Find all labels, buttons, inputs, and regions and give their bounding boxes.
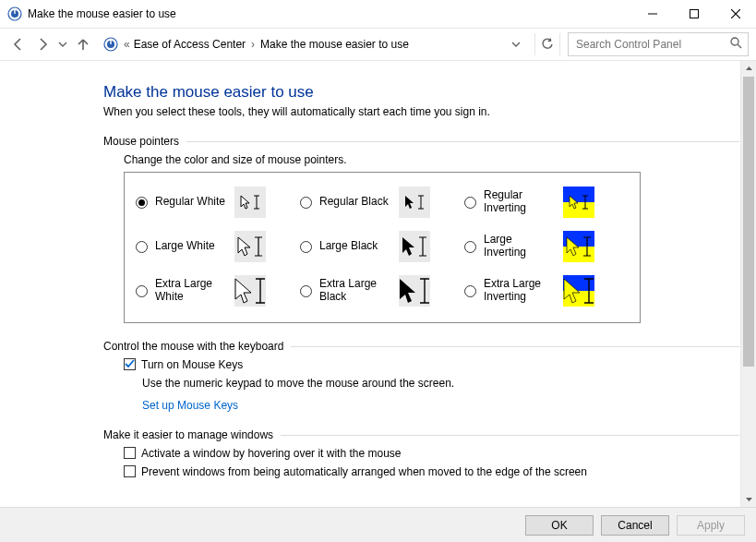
radio-regular-white[interactable]: [136, 197, 148, 209]
label-large-inverting: Large Inverting: [484, 234, 556, 259]
main-area: Make the mouse easier to use When you se…: [0, 61, 756, 507]
pointer-row-large: Large White Large Black La: [136, 224, 629, 269]
swatch-regular-black: [399, 187, 430, 218]
radio-large-inverting[interactable]: [464, 241, 476, 253]
prevent-snap-checkbox[interactable]: [124, 465, 136, 477]
refresh-button[interactable]: [534, 33, 560, 55]
svg-rect-9: [110, 40, 111, 44]
scroll-up-button[interactable]: [741, 61, 756, 77]
scroll-thumb[interactable]: [743, 77, 754, 367]
swatch-large-white: [234, 231, 266, 262]
scroll-down-button[interactable]: [741, 491, 756, 507]
ok-button[interactable]: OK: [525, 515, 594, 536]
label-large-white: Large White: [155, 240, 227, 253]
radio-regular-black[interactable]: [300, 197, 312, 209]
group-mouse-pointers-header: Mouse pointers: [103, 135, 739, 148]
recent-locations-button[interactable]: [55, 33, 70, 55]
breadcrumb: Ease of Access Center › Make the mouse e…: [132, 38, 503, 51]
up-button[interactable]: [72, 33, 94, 55]
swatch-xl-white: [234, 275, 266, 307]
hover-activate-label: Activate a window by hovering over it wi…: [141, 447, 401, 460]
address-bar-dropdown[interactable]: [505, 40, 527, 49]
search-box[interactable]: [568, 32, 749, 56]
breadcrumb-prefix-icon: «: [124, 38, 130, 51]
toolbar: « Ease of Access Center › Make the mouse…: [0, 28, 756, 61]
swatch-xl-black: [399, 275, 430, 307]
group-manage-windows-title: Make it easier to manage windows: [103, 428, 273, 441]
group-mouse-keyboard-title: Control the mouse with the keyboard: [103, 340, 283, 353]
breadcrumb-item-ease-of-access[interactable]: Ease of Access Center: [134, 38, 246, 51]
group-mouse-pointers-subtitle: Change the color and size of mouse point…: [124, 153, 739, 166]
back-button[interactable]: [7, 33, 30, 55]
swatch-regular-white: [234, 187, 266, 218]
pointer-row-xl: Extra Large White Extra Large Black: [136, 269, 629, 313]
window-controls: [631, 0, 756, 28]
group-manage-windows-header: Make it easier to manage windows: [103, 428, 739, 441]
option-regular-inverting[interactable]: Regular Inverting: [464, 187, 629, 218]
hover-activate-checkbox[interactable]: [124, 447, 136, 459]
option-xl-inverting[interactable]: Extra Large Inverting: [464, 275, 629, 307]
apply-button[interactable]: Apply: [677, 515, 745, 536]
breadcrumb-item-mouse[interactable]: Make the mouse easier to use: [260, 38, 409, 51]
cancel-button[interactable]: Cancel: [601, 515, 669, 536]
pointer-options-grid: Regular White Regular Black: [124, 172, 641, 323]
breadcrumb-separator-icon: ›: [251, 38, 255, 51]
search-input[interactable]: [574, 37, 725, 52]
prevent-snap-row[interactable]: Prevent windows from being automatically…: [124, 465, 739, 478]
label-xl-white: Extra Large White: [155, 278, 227, 304]
prevent-snap-label: Prevent windows from being automatically…: [141, 465, 587, 478]
divider: [186, 141, 739, 142]
label-large-black: Large Black: [319, 240, 391, 253]
svg-rect-2: [14, 9, 15, 14]
swatch-regular-inverting: [563, 187, 594, 218]
label-regular-inverting: Regular Inverting: [484, 189, 556, 215]
divider: [281, 435, 739, 436]
mousekeys-row[interactable]: Turn on Mouse Keys: [124, 358, 739, 371]
window-title: Make the mouse easier to use: [28, 7, 631, 20]
label-xl-black: Extra Large Black: [319, 278, 391, 304]
pointer-row-regular: Regular White Regular Black: [136, 180, 629, 224]
group-mouse-keyboard-header: Control the mouse with the keyboard: [103, 340, 739, 353]
button-bar: OK Cancel Apply: [0, 507, 756, 542]
label-regular-black: Regular Black: [319, 196, 391, 209]
option-xl-black[interactable]: Extra Large Black: [300, 275, 464, 307]
address-bar-icon: [102, 35, 120, 54]
radio-xl-inverting[interactable]: [464, 285, 476, 297]
radio-xl-black[interactable]: [300, 285, 312, 297]
minimize-button[interactable]: [631, 0, 673, 28]
maximize-button[interactable]: [673, 0, 714, 28]
vertical-scrollbar[interactable]: [740, 61, 756, 507]
svg-point-10: [731, 38, 738, 45]
setup-mousekeys-link[interactable]: Set up Mouse Keys: [142, 399, 739, 412]
page-title: Make the mouse easier to use: [103, 83, 739, 102]
option-regular-black[interactable]: Regular Black: [300, 187, 464, 218]
option-large-inverting[interactable]: Large Inverting: [464, 231, 629, 262]
option-large-black[interactable]: Large Black: [300, 231, 464, 262]
divider: [291, 346, 739, 347]
page-subtitle: When you select these tools, they will a…: [103, 105, 739, 118]
mousekeys-description: Use the numeric keypad to move the mouse…: [142, 377, 739, 390]
radio-xl-white[interactable]: [136, 285, 148, 297]
scroll-track[interactable]: [741, 77, 756, 491]
forward-button[interactable]: [31, 33, 54, 55]
svg-line-11: [738, 44, 741, 48]
swatch-large-inverting: [563, 231, 594, 262]
option-regular-white[interactable]: Regular White: [136, 187, 300, 218]
control-panel-icon: [7, 6, 22, 21]
mousekeys-label: Turn on Mouse Keys: [141, 358, 243, 371]
label-regular-white: Regular White: [155, 196, 227, 209]
search-icon[interactable]: [730, 37, 742, 52]
close-button[interactable]: [714, 0, 756, 28]
option-xl-white[interactable]: Extra Large White: [136, 275, 300, 307]
swatch-xl-inverting: [563, 275, 594, 307]
option-large-white[interactable]: Large White: [136, 231, 300, 262]
radio-large-black[interactable]: [300, 241, 312, 253]
svg-rect-4: [690, 10, 698, 18]
hover-activate-row[interactable]: Activate a window by hovering over it wi…: [124, 447, 739, 460]
content: Make the mouse easier to use When you se…: [0, 61, 739, 507]
label-xl-inverting: Extra Large Inverting: [484, 278, 556, 304]
radio-regular-inverting[interactable]: [464, 197, 476, 209]
radio-large-white[interactable]: [136, 241, 148, 253]
mousekeys-checkbox[interactable]: [124, 358, 136, 370]
group-mouse-pointers-title: Mouse pointers: [103, 135, 179, 148]
